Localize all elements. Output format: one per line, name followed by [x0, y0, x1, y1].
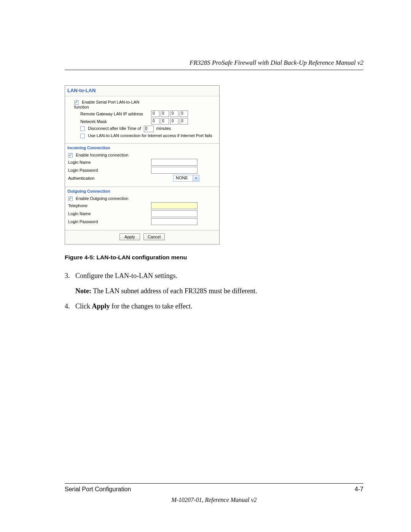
fallback-checkbox[interactable] [80, 134, 85, 138]
note-label: Note: [75, 287, 91, 295]
remote-ip-octet-3[interactable]: 0 [170, 110, 178, 117]
netmask-octet-3[interactable]: 0 [170, 118, 178, 125]
netmask-octet-4[interactable]: 0 [180, 118, 188, 125]
in-login-password-input[interactable] [151, 167, 198, 174]
auth-select[interactable]: NONE ▾ [173, 175, 199, 182]
chevron-down-icon: ▾ [193, 175, 199, 181]
figure-caption: Figure 4-5: LAN-to-LAN configuration men… [65, 254, 363, 261]
netmask-label: Network Mask [68, 119, 151, 124]
remote-ip-octet-2[interactable]: 0 [161, 110, 169, 117]
cancel-button[interactable]: Cancel [143, 233, 165, 240]
out-login-password-input[interactable] [151, 218, 198, 225]
in-login-password-label: Login Password [68, 168, 151, 173]
netmask-octet-2[interactable]: 0 [161, 118, 169, 125]
enable-serial-label: Enable Serial Port LAN-to-LAN function [74, 100, 139, 109]
enable-outgoing-row: Enable Outgoing connection [68, 196, 128, 201]
step-3-number: 3. [65, 271, 75, 281]
disconnect-checkbox[interactable] [80, 126, 85, 131]
note-line: Note: The LAN subnet address of each FR3… [65, 286, 363, 297]
remote-ip-octet-4[interactable]: 0 [180, 110, 188, 117]
enable-outgoing-label: Enable Outgoing connection [76, 196, 128, 201]
idle-time-input[interactable]: 0 [144, 126, 154, 132]
out-login-name-input[interactable] [151, 210, 198, 217]
remote-gateway-label: Remote Gateway LAN IP address [68, 112, 151, 116]
netmask-octet-1[interactable]: 0 [151, 118, 159, 125]
footer-sub: M-10207-01, Reference Manual v2 [65, 497, 363, 503]
auth-label: Authentication [68, 176, 151, 181]
footer-left: Serial Port Configuration [65, 486, 131, 493]
enable-outgoing-checkbox[interactable] [68, 197, 73, 201]
step-4-bold: Apply [92, 302, 110, 310]
step-4-post: for the changes to take effect. [110, 302, 193, 310]
panel-title: LAN-to-LAN [65, 86, 219, 96]
in-login-name-label: Login Name [68, 160, 151, 165]
fallback-row: Use LAN-to-LAN connection for Internet a… [68, 133, 212, 138]
out-login-name-label: Login Name [68, 211, 151, 216]
enable-incoming-checkbox[interactable] [68, 153, 73, 158]
footer-right: 4-7 [355, 486, 363, 493]
telephone-label: Telephone [68, 203, 151, 208]
incoming-header: Incoming Connection [65, 144, 219, 152]
config-panel: LAN-to-LAN Enable Serial Port LAN-to-LAN… [65, 85, 220, 244]
disconnect-label-post: minutes [156, 126, 171, 131]
apply-button[interactable]: Apply [119, 233, 140, 240]
remote-ip-octet-1[interactable]: 0 [151, 110, 159, 117]
step-3-text: Configure the LAN-to-LAN settings. [75, 271, 363, 281]
out-login-password-label: Login Password [68, 219, 151, 224]
enable-serial-checkbox[interactable] [74, 100, 79, 105]
page-header: FR328S ProSafe Firewall with Dial Back-U… [65, 59, 363, 70]
outgoing-header: Outgoing Connection [65, 187, 219, 195]
disconnect-row: Disconnect after Idle Time of 0 minutes [68, 126, 171, 132]
note-text: The LAN subnet address of each FR328S mu… [91, 287, 257, 295]
button-row: Apply Cancel [65, 230, 219, 244]
step-4-pre: Click [75, 302, 92, 310]
disconnect-label-pre: Disconnect after Idle Time of [88, 126, 141, 131]
enable-incoming-label: Enable Incoming connection [76, 153, 128, 157]
step-4-number: 4. [65, 301, 75, 312]
enable-incoming-row: Enable Incoming connection [68, 153, 128, 158]
step-4-text: Click Apply for the changes to take effe… [75, 301, 363, 312]
telephone-input[interactable] [151, 202, 198, 209]
in-login-name-input[interactable] [151, 159, 198, 166]
fallback-label: Use LAN-to-LAN connection for Internet a… [88, 133, 212, 138]
enable-serial-row: Enable Serial Port LAN-to-LAN function [68, 100, 151, 109]
auth-select-value: NONE [174, 175, 193, 181]
